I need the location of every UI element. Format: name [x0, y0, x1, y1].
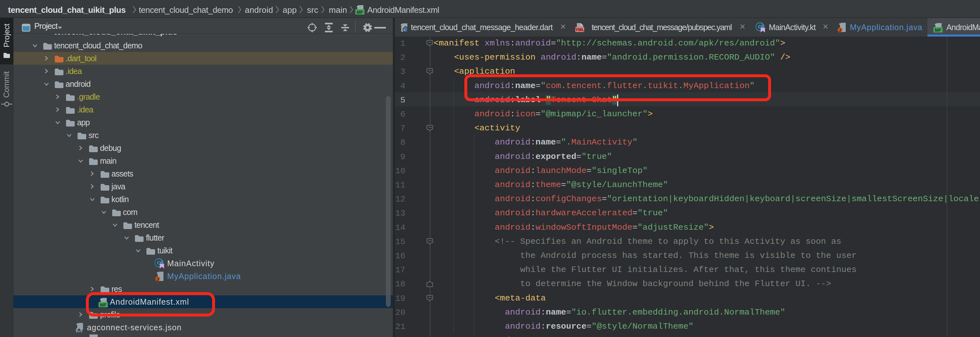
svg-text:YML: YML: [575, 27, 584, 32]
svg-text:}: }: [80, 327, 83, 332]
svg-text:J: J: [839, 28, 841, 33]
svg-text:MF: MF: [357, 10, 363, 15]
svg-text:MF: MF: [935, 27, 942, 33]
svg-text:{: {: [76, 327, 78, 332]
svg-text:J: J: [156, 277, 159, 281]
